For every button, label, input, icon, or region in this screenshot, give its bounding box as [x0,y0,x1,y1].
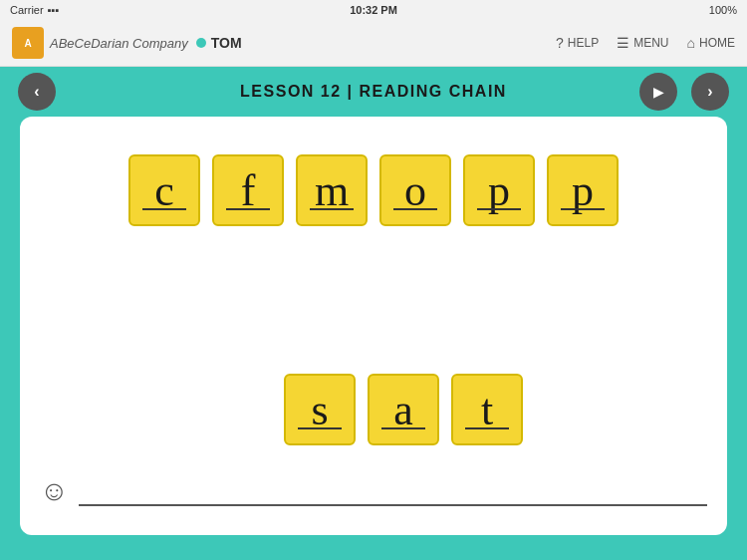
top-tile-p-5[interactable]: p [547,154,619,226]
help-button[interactable]: ? HELP [556,35,599,51]
top-tile-m-2[interactable]: m [296,154,368,226]
signal-icon: ▪▪▪ [48,4,60,16]
lesson-title: LESSON 12 | READING CHAIN [240,83,507,101]
bottom-tile-row: sat [80,374,727,445]
nav-right: ? HELP ☰ MENU ⌂ HOME [556,35,735,51]
next-button[interactable]: › [691,73,729,111]
status-bar: Carrier ▪▪▪ 10:32 PM 100% [0,0,747,20]
battery-display: 100% [709,4,737,16]
menu-label: MENU [633,36,668,50]
bottom-tile-s-0[interactable]: s [284,374,356,445]
carrier-text: Carrier [10,4,44,16]
menu-icon: ☰ [617,35,629,51]
top-tile-p-4[interactable]: p [463,154,535,226]
company-name: ABeCeDarian Company [50,36,188,51]
content-wrapper: cfmopp sat ☺ [20,117,727,535]
home-button[interactable]: ⌂ HOME [687,35,735,51]
main-content: cfmopp sat ☺ [20,117,727,535]
prev-icon: ‹ [34,83,39,101]
smiley-icon: ☺ [40,475,69,507]
answer-line [79,476,707,506]
user-status-dot [196,38,206,48]
menu-button[interactable]: ☰ MENU [617,35,668,51]
lesson-header: ‹ LESSON 12 | READING CHAIN ▶ › [0,67,747,117]
home-icon: ⌂ [687,35,695,51]
user-name: TOM [211,35,242,51]
top-tile-f-1[interactable]: f [212,154,284,226]
user-indicator: TOM [196,35,242,51]
next-icon: › [707,83,712,101]
top-tile-row: cfmopp [20,154,727,226]
nav-left: A ABeCeDarian Company TOM [12,27,242,59]
top-tile-c-0[interactable]: c [128,154,200,226]
top-tile-o-3[interactable]: o [379,154,451,226]
nav-bar: A ABeCeDarian Company TOM ? HELP ☰ MENU … [0,20,747,67]
bottom-tile-a-1[interactable]: a [368,374,439,445]
status-left: Carrier ▪▪▪ [10,4,59,16]
logo-area: A ABeCeDarian Company [12,27,188,59]
bottom-area: ☺ [40,475,707,507]
bottom-tile-t-2[interactable]: t [451,374,523,445]
prev-button[interactable]: ‹ [18,73,56,111]
help-label: HELP [568,36,599,50]
time-display: 10:32 PM [350,4,397,16]
help-icon: ? [556,35,564,51]
play-icon: ▶ [653,84,664,100]
home-label: HOME [699,36,735,50]
play-button[interactable]: ▶ [639,73,677,111]
app-logo: A [12,27,44,59]
